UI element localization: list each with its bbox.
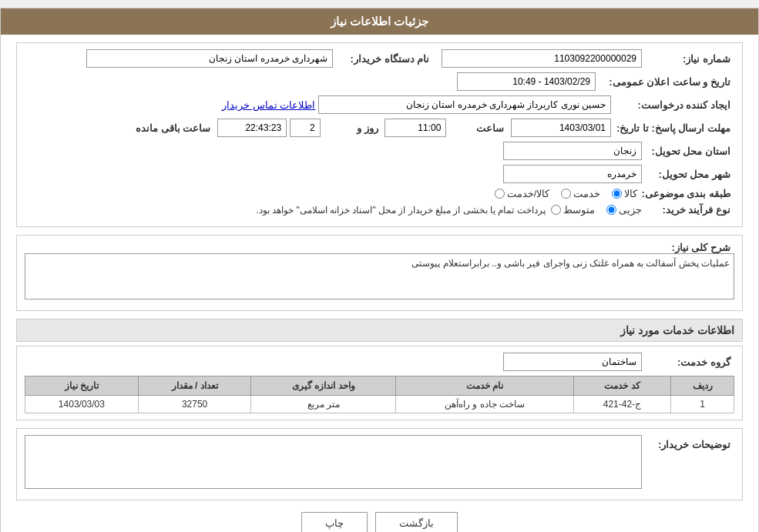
row-deadline: مهلت ارسال پاسخ: تا تاریخ: ساعت روز و سا… xyxy=(25,119,734,137)
print-button[interactable]: چاپ xyxy=(301,512,368,532)
cell-radif: 1 xyxy=(671,396,734,413)
col-unit: واحد اندازه گیری xyxy=(251,376,396,396)
col-name: نام خدمت xyxy=(396,376,573,396)
category-khedmat-option[interactable]: خدمت xyxy=(561,188,600,199)
remaining-days-label: روز و xyxy=(321,122,382,134)
category-kala-label: کالا xyxy=(624,188,637,199)
remaining-time-label: ساعت باقی مانده xyxy=(132,122,214,134)
contact-link[interactable]: اطلاعات تماس خریدار xyxy=(222,99,315,111)
province-label: استان محل تحویل: xyxy=(642,146,734,157)
purchase-jozii-radio[interactable] xyxy=(606,205,616,215)
cell-count: 32750 xyxy=(138,396,251,413)
purchase-motavasset-option[interactable]: متوسط xyxy=(551,204,595,216)
description-row: شرح کلی نیاز: عملیات پخش آسفالت به همراه… xyxy=(25,242,734,299)
cell-name: ساخت جاده و راه‌آهن xyxy=(396,396,573,413)
purchase-jozii-option[interactable]: جزیی xyxy=(606,204,642,216)
buyer-notes-section: توضیحات خریدار: xyxy=(16,428,743,500)
reference-number-label: شماره نیاز: xyxy=(642,53,734,65)
row-province: استان محل تحویل: xyxy=(25,142,734,160)
deadline-time-input xyxy=(385,119,446,137)
purchase-jozii-label: جزیی xyxy=(619,204,642,216)
buyer-notes-textarea[interactable] xyxy=(25,435,642,489)
city-input xyxy=(503,165,642,183)
col-date: تاریخ نیاز xyxy=(25,376,139,396)
table-row: 1 ج-42-421 ساخت جاده و راه‌آهن متر مربع … xyxy=(25,396,734,413)
purchase-type-label: نوع فرآیند خرید: xyxy=(642,204,734,216)
announcement-label: تاریخ و ساعت اعلان عمومی: xyxy=(596,76,734,88)
category-kala-khedmat-option[interactable]: کالا/خدمت xyxy=(495,188,550,199)
category-radio-group: کالا/خدمت خدمت کالا xyxy=(495,188,638,199)
creator-label: ایجاد کننده درخواست: xyxy=(611,99,734,111)
deadline-time-label: ساعت xyxy=(446,122,508,134)
province-input xyxy=(503,142,642,160)
description-box: عملیات پخش آسفالت به همراه غلتک زنی واجر… xyxy=(25,253,734,299)
col-radif: ردیف xyxy=(671,376,734,396)
category-label: طبقه بندی موضوعی: xyxy=(637,188,734,199)
row-city: شهر محل تحویل: xyxy=(25,165,734,183)
category-kala-option[interactable]: کالا xyxy=(612,188,637,199)
remaining-days-input xyxy=(290,119,321,137)
notes-row: توضیحات خریدار: xyxy=(25,435,734,489)
services-section-title: اطلاعات خدمات مورد نیاز xyxy=(16,319,743,342)
page-header: جزئیات اطلاعات نیاز xyxy=(1,8,758,35)
page-title: جزئیات اطلاعات نیاز xyxy=(331,15,428,28)
group-service-section: گروه خدمت: ردیف کد خدمت نام خدمت واحد ان… xyxy=(16,346,743,420)
description-section: شرح کلی نیاز: عملیات پخش آسفالت به همراه… xyxy=(16,235,743,311)
deadline-date-input xyxy=(511,119,611,137)
cell-unit: متر مربع xyxy=(251,396,396,413)
purchase-motavasset-label: متوسط xyxy=(563,204,595,216)
creator-input xyxy=(318,95,611,114)
buyer-notes-label: توضیحات خریدار: xyxy=(642,435,734,450)
back-button[interactable]: بازگشت xyxy=(375,512,458,532)
group-input xyxy=(503,353,642,371)
description-label: شرح کلی نیاز: xyxy=(657,242,734,253)
cell-date: 1403/03/03 xyxy=(25,396,139,413)
col-code: کد خدمت xyxy=(573,376,670,396)
description-text: عملیات پخش آسفالت به همراه غلتک زنی واجر… xyxy=(411,258,730,269)
city-label: شهر محل تحویل: xyxy=(642,169,734,180)
services-table: ردیف کد خدمت نام خدمت واحد اندازه گیری ت… xyxy=(25,376,734,413)
category-kala-radio[interactable] xyxy=(612,189,622,199)
cell-code: ج-42-421 xyxy=(573,396,670,413)
row-announcement: تاریخ و ساعت اعلان عمومی: xyxy=(25,72,734,91)
purchase-type-radio-group: متوسط جزیی xyxy=(551,204,642,216)
buttons-row: بازگشت چاپ xyxy=(16,512,743,532)
announcement-input xyxy=(457,72,596,91)
deadline-label: مهلت ارسال پاسخ: تا تاریخ: xyxy=(611,122,734,134)
purchase-note: پرداخت تمام یا بخشی از مبلغ خریدار از مح… xyxy=(257,205,546,216)
row-category: طبقه بندی موضوعی: کالا/خدمت خدمت کالا xyxy=(25,188,734,199)
remaining-time-input xyxy=(217,119,287,137)
row-ref-buyer: شماره نیاز: نام دستگاه خریدار: xyxy=(25,49,734,68)
purchase-motavasset-radio[interactable] xyxy=(551,205,561,215)
category-kala-khedmat-label: کالا/خدمت xyxy=(507,188,550,199)
group-label: گروه خدمت: xyxy=(642,356,734,368)
group-row: گروه خدمت: xyxy=(25,353,734,371)
row-creator: ایجاد کننده درخواست: اطلاعات تماس خریدار xyxy=(25,95,734,114)
buyer-org-input xyxy=(86,49,333,68)
main-info-section: شماره نیاز: نام دستگاه خریدار: تاریخ و س… xyxy=(16,42,743,227)
buyer-org-label: نام دستگاه خریدار: xyxy=(333,53,433,65)
reference-number-input[interactable] xyxy=(442,49,642,68)
col-count: تعداد / مقدار xyxy=(138,376,251,396)
category-khedmat-radio[interactable] xyxy=(561,189,571,199)
row-purchase-type: نوع فرآیند خرید: متوسط جزیی پرداخت تمام … xyxy=(25,204,734,216)
category-kala-khedmat-radio[interactable] xyxy=(495,189,505,199)
category-khedmat-label: خدمت xyxy=(573,188,600,199)
